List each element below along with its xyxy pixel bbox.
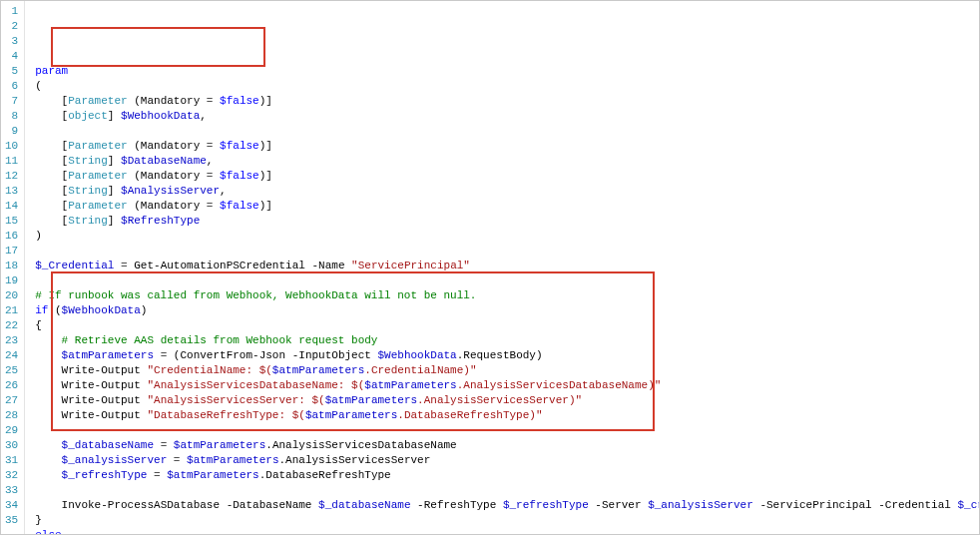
line-number: 27: [5, 393, 18, 408]
code-token: [35, 334, 61, 346]
code-line[interactable]: [Parameter (Mandatory = $false)]: [35, 139, 980, 154]
code-token: $WebhookData: [378, 349, 457, 361]
code-line[interactable]: [String] $AnalysisServer,: [35, 184, 980, 199]
code-line[interactable]: [Parameter (Mandatory = $false)]: [35, 199, 980, 214]
code-line[interactable]: if ($WebhookData): [35, 303, 980, 318]
code-line[interactable]: [Parameter (Mandatory = $false)]: [35, 94, 980, 109]
code-token: ]: [108, 110, 121, 122]
code-line[interactable]: $_analysisServer = $atmParameters.Analys…: [35, 453, 980, 468]
code-token: $false: [220, 200, 259, 212]
line-number: 22: [5, 318, 18, 333]
code-token: $false: [220, 170, 259, 182]
code-token: ]: [108, 215, 121, 227]
code-token: [35, 469, 61, 481]
code-token: ConvertFrom-Json: [180, 349, 285, 361]
code-token: Parameter: [68, 170, 127, 182]
code-token: $atmParameters: [325, 394, 417, 406]
code-token: Invoke-ProcessASDatabase: [62, 499, 220, 511]
code-token: -ServicePrincipal -Credential: [753, 499, 958, 511]
code-token: $WebhookData: [62, 304, 141, 316]
code-line[interactable]: ): [35, 229, 980, 244]
code-line[interactable]: Invoke-ProcessASDatabase -DatabaseName $…: [35, 498, 980, 513]
code-line[interactable]: [Parameter (Mandatory = $false)]: [35, 169, 980, 184]
code-token: $_refreshType: [62, 469, 148, 481]
code-line[interactable]: Write-Output "AnalysisServicesDatabaseNa…: [35, 378, 980, 393]
code-token: .DatabaseRefreshType: [397, 409, 529, 421]
line-number: 25: [5, 363, 18, 378]
code-token: Parameter: [68, 200, 127, 212]
line-number: 33: [5, 483, 18, 498]
line-number: 19: [5, 273, 18, 288]
code-line[interactable]: $_databaseName = $atmParameters.Analysis…: [35, 438, 980, 453]
code-token: $_analysisServer: [648, 499, 753, 511]
line-number: 10: [5, 139, 18, 154]
code-token: .DatabaseRefreshType: [259, 469, 391, 481]
code-token: .RequestBody): [457, 349, 543, 361]
code-token: )]: [259, 170, 272, 182]
code-token: "DatabaseRefreshType: $(: [147, 409, 304, 421]
code-line[interactable]: # If runbook was called from Webhook, We…: [35, 288, 980, 303]
code-token: $_databaseName: [318, 499, 410, 511]
code-token: [35, 439, 61, 451]
code-token: =: [154, 469, 161, 481]
code-line[interactable]: {: [35, 318, 980, 333]
code-line[interactable]: [35, 483, 980, 498]
code-token: )": [463, 364, 476, 376]
code-token: $_credential: [957, 499, 980, 511]
code-line[interactable]: # Retrieve AAS details from Webhook requ…: [35, 333, 980, 348]
code-line[interactable]: Write-Output "AnalysisServicesServer: $(…: [35, 393, 980, 408]
code-line[interactable]: $atmParameters = (ConvertFrom-Json -Inpu…: [35, 348, 980, 363]
code-token: (: [48, 304, 61, 316]
code-line[interactable]: [String] $RefreshType: [35, 214, 980, 229]
line-number: 2: [5, 19, 18, 34]
code-line[interactable]: (: [35, 79, 980, 94]
code-token: [154, 439, 161, 451]
code-line[interactable]: [35, 244, 980, 259]
code-token: -InputObject: [285, 349, 377, 361]
code-line[interactable]: Write-Output "DatabaseRefreshType: $($at…: [35, 408, 980, 423]
code-line[interactable]: }: [35, 513, 980, 528]
code-token: # Retrieve AAS details from Webhook requ…: [62, 334, 378, 346]
line-number-gutter: 1234567891011121314151617181920212223242…: [1, 1, 25, 534]
code-token: .AnalysisServicesDatabaseName: [265, 439, 456, 451]
code-line[interactable]: [String] $DatabaseName,: [35, 154, 980, 169]
code-line[interactable]: $_refreshType = $atmParameters.DatabaseR…: [35, 468, 980, 483]
code-token: {: [35, 319, 42, 331]
code-token: $false: [220, 140, 259, 152]
code-token: else: [35, 529, 61, 535]
code-area[interactable]: param( [Parameter (Mandatory = $false)] …: [25, 1, 980, 534]
line-number: 32: [5, 468, 18, 483]
line-number: 8: [5, 109, 18, 124]
line-number: 31: [5, 453, 18, 468]
code-token: [35, 454, 61, 466]
code-line[interactable]: $_Credential = Get-AutomationPSCredentia…: [35, 259, 980, 273]
code-line[interactable]: [object] $WebhookData,: [35, 109, 980, 124]
code-token: )]: [259, 140, 272, 152]
code-token: [35, 349, 61, 361]
code-token: Write-Output: [62, 394, 141, 406]
code-token: ,: [200, 110, 207, 122]
code-token: param: [35, 65, 68, 77]
code-line[interactable]: [35, 273, 980, 288]
line-number: 35: [5, 513, 18, 528]
code-line[interactable]: [35, 124, 980, 139]
code-line[interactable]: param: [35, 64, 980, 79]
line-number: 28: [5, 408, 18, 423]
line-number: 11: [5, 154, 18, 169]
code-token: $_databaseName: [62, 439, 154, 451]
code-token: (: [35, 80, 42, 92]
code-token: (Mandatory: [128, 170, 207, 182]
code-token: $_analysisServer: [62, 454, 168, 466]
code-token: =: [121, 260, 128, 271]
code-line[interactable]: Write-Output "CredentialName: $($atmPara…: [35, 363, 980, 378]
code-token: -Name: [305, 260, 351, 271]
code-token: Parameter: [68, 140, 127, 152]
code-token: (Mandatory: [128, 140, 207, 152]
code-token: }: [35, 514, 42, 526]
code-line[interactable]: else: [35, 528, 980, 535]
line-number: 30: [5, 438, 18, 453]
line-number: 17: [5, 244, 18, 259]
code-token: $atmParameters: [272, 364, 364, 376]
code-token: .CredentialName: [364, 364, 463, 376]
code-line[interactable]: [35, 423, 980, 438]
